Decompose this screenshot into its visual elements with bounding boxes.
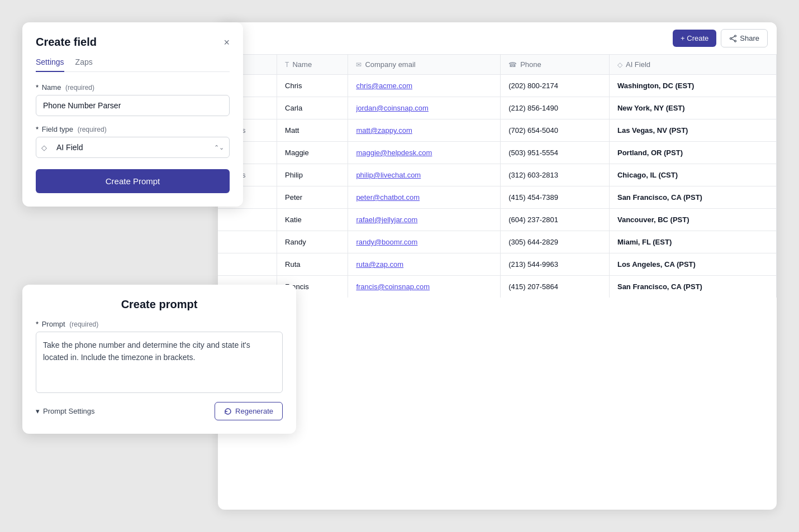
main-table-area: + Create Share e T bbox=[218, 22, 777, 510]
phone-cell: (202) 800-2174 bbox=[501, 75, 610, 97]
company-cell bbox=[218, 231, 277, 253]
col-email-label: Company email bbox=[365, 60, 415, 69]
email-cell[interactable]: rafael@jellyjar.com bbox=[348, 209, 501, 231]
phone-cell: (604) 237-2801 bbox=[501, 209, 610, 231]
name-cell: Matt bbox=[277, 119, 348, 142]
share-button[interactable]: Share bbox=[721, 29, 768, 47]
ai-field-cell: Vancouver, BC (PST) bbox=[609, 209, 776, 231]
table-row: Rutaruta@zap.com(213) 544-9963Los Angele… bbox=[218, 253, 777, 276]
regenerate-label: Regenerate bbox=[235, 407, 273, 415]
table-row: forceMaggiemaggie@helpdesk.com(503) 951-… bbox=[218, 142, 777, 164]
name-field-label: * Name (required) bbox=[36, 83, 230, 92]
create-field-panel: Create field × Settings Zaps * Name (req… bbox=[22, 22, 243, 207]
ai-field-cell: San Francisco, CA (PST) bbox=[609, 276, 776, 298]
prompt-settings-button[interactable]: ▾ Prompt Settings bbox=[36, 407, 95, 415]
ai-field-cell: Portland, OR (PST) bbox=[609, 142, 776, 164]
data-table: e T Name ✉ Company email bbox=[218, 55, 777, 298]
phone-cell: (212) 856-1490 bbox=[501, 97, 610, 119]
ai-field-cell: Los Angeles, CA (PST) bbox=[609, 253, 776, 276]
col-header-name: T Name bbox=[277, 55, 348, 75]
email-cell[interactable]: maggie@helpdesk.com bbox=[348, 142, 501, 164]
email-icon: ✉ bbox=[356, 61, 362, 69]
panel-title: Create field bbox=[36, 36, 97, 49]
phone-cell: (415) 454-7389 bbox=[501, 186, 610, 209]
email-cell[interactable]: jordan@coinsnap.com bbox=[348, 97, 501, 119]
name-cell: Randy bbox=[277, 231, 348, 253]
field-type-select[interactable]: AI Field bbox=[36, 137, 230, 158]
name-input[interactable] bbox=[36, 95, 230, 116]
phone-cell: (305) 644-2829 bbox=[501, 231, 610, 253]
text-type-icon: T bbox=[285, 61, 289, 69]
table-row: FacesMattmatt@zappy.com(702) 654-5040Las… bbox=[218, 119, 777, 142]
prompt-footer: ▾ Prompt Settings Regenerate bbox=[36, 402, 283, 420]
phone-cell: (415) 207-5864 bbox=[501, 276, 610, 298]
share-icon bbox=[729, 35, 737, 42]
phone-cell: (702) 654-5040 bbox=[501, 119, 610, 142]
ai-field-cell: Washington, DC (EST) bbox=[609, 75, 776, 97]
table-row: himpCarlajordan@coinsnap.com(212) 856-14… bbox=[218, 97, 777, 119]
name-cell: Ruta bbox=[277, 253, 348, 276]
field-type-label: * Field type (required) bbox=[36, 125, 230, 133]
svg-point-1 bbox=[735, 40, 736, 42]
company-cell bbox=[218, 209, 277, 231]
table-row: Randyrandy@boomr.com(305) 644-2829Miami,… bbox=[218, 231, 777, 253]
name-cell: Katie bbox=[277, 209, 348, 231]
create-button[interactable]: + Create bbox=[673, 30, 716, 47]
table-row: Peterpeter@chatbot.com(415) 454-7389San … bbox=[218, 186, 777, 209]
email-cell[interactable]: peter@chatbot.com bbox=[348, 186, 501, 209]
email-cell[interactable]: francis@coinsnap.com bbox=[348, 276, 501, 298]
phone-cell: (503) 951-5554 bbox=[501, 142, 610, 164]
table-row: FacesPhilipphilip@livechat.com(312) 603-… bbox=[218, 164, 777, 186]
ai-field-cell: New York, NY (EST) bbox=[609, 97, 776, 119]
email-cell[interactable]: matt@zappy.com bbox=[348, 119, 501, 142]
ai-field-cell: Chicago, IL (CST) bbox=[609, 164, 776, 186]
ai-field-icon: ◇ bbox=[617, 61, 622, 69]
tab-zaps[interactable]: Zaps bbox=[75, 57, 93, 72]
svg-line-3 bbox=[732, 36, 735, 38]
col-header-ai-field: ◇ AI Field bbox=[609, 55, 776, 75]
table-row: otChrischris@acme.com(202) 800-2174Washi… bbox=[218, 75, 777, 97]
create-prompt-panel: Create prompt * Prompt (required) Take t… bbox=[22, 285, 296, 434]
ai-field-cell: Miami, FL (EST) bbox=[609, 231, 776, 253]
phone-cell: (312) 603-2813 bbox=[501, 164, 610, 186]
toolbar: + Create Share bbox=[218, 22, 777, 55]
col-phone-label: Phone bbox=[520, 60, 541, 69]
svg-point-2 bbox=[730, 37, 732, 39]
company-cell bbox=[218, 253, 277, 276]
prompt-textarea[interactable]: Take the phone number and determine the … bbox=[36, 332, 283, 393]
table-row: Francisfrancis@coinsnap.com(415) 207-586… bbox=[218, 276, 777, 298]
create-prompt-button[interactable]: Create Prompt bbox=[36, 169, 230, 193]
col-header-email: ✉ Company email bbox=[348, 55, 501, 75]
panel-header: Create field × bbox=[36, 36, 230, 49]
col-name-label: Name bbox=[292, 60, 312, 69]
tabs: Settings Zaps bbox=[36, 57, 230, 72]
name-cell: Chris bbox=[277, 75, 348, 97]
close-button[interactable]: × bbox=[223, 37, 230, 47]
svg-point-0 bbox=[735, 35, 736, 37]
svg-line-4 bbox=[732, 39, 735, 40]
chevron-down-icon: ▾ bbox=[36, 407, 40, 415]
email-cell[interactable]: randy@boomr.com bbox=[348, 231, 501, 253]
field-type-select-wrapper: ◇ AI Field ⌃⌄ bbox=[36, 137, 230, 158]
email-cell[interactable]: chris@acme.com bbox=[348, 75, 501, 97]
email-cell[interactable]: ruta@zap.com bbox=[348, 253, 501, 276]
col-ai-field-label: AI Field bbox=[626, 60, 650, 69]
col-header-phone: ☎ Phone bbox=[501, 55, 610, 75]
ai-field-cell: Las Vegas, NV (PST) bbox=[609, 119, 776, 142]
prompt-panel-title: Create prompt bbox=[36, 298, 283, 311]
email-cell[interactable]: philip@livechat.com bbox=[348, 164, 501, 186]
regenerate-icon bbox=[224, 408, 232, 415]
name-cell: Maggie bbox=[277, 142, 348, 164]
name-cell: Philip bbox=[277, 164, 348, 186]
regenerate-button[interactable]: Regenerate bbox=[215, 402, 283, 420]
ai-field-cell: San Francisco, CA (PST) bbox=[609, 186, 776, 209]
ai-field-select-icon: ◇ bbox=[41, 143, 47, 152]
name-cell: Carla bbox=[277, 97, 348, 119]
name-cell: Peter bbox=[277, 186, 348, 209]
prompt-field-label: * Prompt (required) bbox=[36, 320, 283, 328]
prompt-settings-label: Prompt Settings bbox=[43, 407, 95, 415]
table-row: Katierafael@jellyjar.com(604) 237-2801Va… bbox=[218, 209, 777, 231]
tab-settings[interactable]: Settings bbox=[36, 57, 64, 72]
phone-icon: ☎ bbox=[508, 61, 517, 69]
phone-cell: (213) 544-9963 bbox=[501, 253, 610, 276]
